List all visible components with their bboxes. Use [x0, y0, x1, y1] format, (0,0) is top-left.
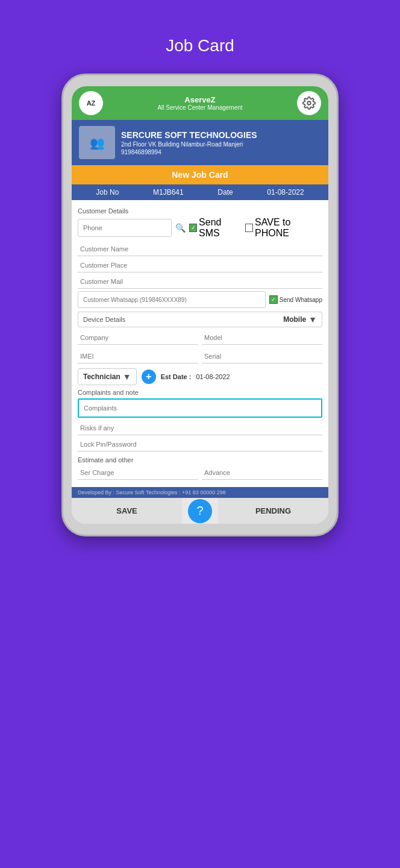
- dropdown-arrow-icon: ▼: [308, 315, 317, 324]
- device-type-value: Mobile: [283, 315, 306, 324]
- company-phone: 919846898994: [121, 149, 257, 156]
- top-bar: AZ AserveZ All Service Center Management: [72, 86, 328, 120]
- pending-button[interactable]: PENDING: [218, 498, 328, 524]
- app-logo: AZ: [79, 91, 103, 115]
- date-value: 01-08-2022: [267, 188, 304, 197]
- model-input[interactable]: [202, 331, 322, 345]
- developer-footer: Developed By : Secure Soft Technologies …: [72, 487, 328, 498]
- device-details-label: Device Details: [83, 316, 125, 323]
- date-label: Date: [217, 188, 233, 197]
- technician-label: Technician: [83, 373, 120, 381]
- send-sms-label: Send SMS: [199, 217, 242, 239]
- phone-frame: AZ AserveZ All Service Center Management…: [61, 74, 339, 536]
- action-buttons-row: SAVE ? PENDING: [72, 498, 328, 524]
- form-area: Customer Details 🔍 ✓ Send SMS SAVE to PH…: [72, 200, 328, 487]
- company-header: 👥 SERCURE SOFT TECHNOLOGIES 2nd Floor VK…: [72, 120, 328, 165]
- app-title: AserveZ All Service Center Management: [103, 95, 297, 111]
- company-model-row: [78, 331, 322, 347]
- technician-dropdown-icon: ▼: [123, 372, 131, 382]
- phone-row: 🔍 ✓ Send SMS SAVE to PHONE: [78, 217, 322, 239]
- save-to-phone-checkbox[interactable]: SAVE to PHONE: [245, 217, 322, 239]
- whatsapp-row: ✓ Send Whatsapp: [78, 291, 322, 308]
- customer-place-input[interactable]: [78, 259, 322, 272]
- send-whatsapp-label: Send Whatsapp: [280, 297, 322, 303]
- settings-icon[interactable]: [297, 91, 321, 115]
- save-button[interactable]: SAVE: [72, 498, 182, 524]
- imei-input[interactable]: [78, 350, 198, 363]
- complaints-input[interactable]: [78, 398, 322, 418]
- search-icon[interactable]: 🔍: [175, 223, 186, 233]
- send-sms-check-icon: ✓: [189, 224, 197, 232]
- company-address: 2nd Floor VK Building Nilambur-Road Manj…: [121, 141, 257, 148]
- add-technician-button[interactable]: +: [142, 370, 156, 384]
- app-name: AserveZ: [108, 95, 292, 104]
- device-type-select[interactable]: Mobile ▼: [283, 315, 317, 324]
- whatsapp-input[interactable]: [78, 291, 266, 308]
- customer-details-label: Customer Details: [78, 207, 322, 215]
- new-job-card-title: New Job Card: [72, 165, 328, 184]
- complaints-section-label: Complaints and note: [78, 389, 322, 396]
- save-to-phone-label: SAVE to PHONE: [255, 217, 322, 239]
- job-info-row: Job No M1JB641 Date 01-08-2022: [72, 184, 328, 200]
- est-date-value: 01-08-2022: [196, 373, 230, 380]
- send-whatsapp-check-icon: ✓: [269, 295, 278, 304]
- technician-row: Technician ▼ + Est Date : 01-08-2022: [78, 368, 322, 385]
- est-date-label: Est Date :: [161, 373, 192, 380]
- customer-mail-input[interactable]: [78, 275, 322, 289]
- company-input[interactable]: [78, 331, 198, 345]
- estimate-section-label: Estimate and other: [78, 456, 322, 464]
- serial-input[interactable]: [202, 350, 322, 363]
- save-to-phone-check-icon: [245, 224, 253, 232]
- charge-row: [78, 466, 322, 480]
- lock-pin-input[interactable]: [78, 438, 322, 451]
- send-whatsapp-checkbox[interactable]: ✓ Send Whatsapp: [269, 295, 322, 304]
- company-image: 👥: [79, 126, 115, 159]
- phone-input[interactable]: [78, 219, 172, 237]
- imei-serial-row: [78, 350, 322, 366]
- device-details-row[interactable]: Device Details Mobile ▼: [78, 312, 322, 327]
- job-no-value: M1JB641: [153, 188, 184, 197]
- send-sms-checkbox[interactable]: ✓ Send SMS: [189, 217, 242, 239]
- job-no-label: Job No: [96, 188, 119, 197]
- app-subtitle: All Service Center Management: [108, 104, 292, 111]
- advance-input[interactable]: [202, 466, 322, 480]
- help-button[interactable]: ?: [188, 499, 212, 523]
- risks-input[interactable]: [78, 421, 322, 435]
- company-name: SERCURE SOFT TECHNOLOGIES: [121, 130, 257, 140]
- page-title: Job Card: [166, 36, 234, 55]
- svg-point-0: [307, 101, 311, 105]
- customer-name-input[interactable]: [78, 242, 322, 256]
- technician-select[interactable]: Technician ▼: [78, 368, 137, 385]
- company-info: SERCURE SOFT TECHNOLOGIES 2nd Floor VK B…: [121, 130, 257, 156]
- ser-charge-input[interactable]: [78, 466, 198, 480]
- phone-screen: AZ AserveZ All Service Center Management…: [72, 86, 328, 524]
